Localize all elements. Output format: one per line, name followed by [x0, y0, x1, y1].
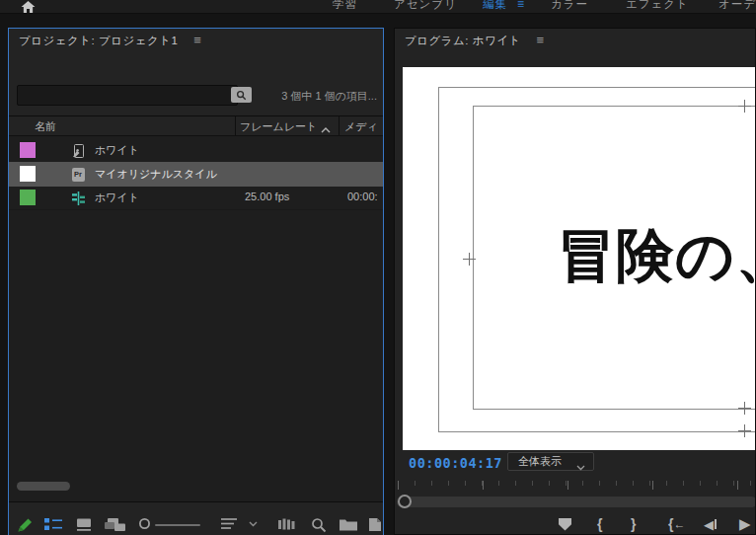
- icon-view-button[interactable]: [76, 517, 92, 532]
- program-monitor-panel: プログラム: ホワイト ≡ 冒険の、旅 00:00:04:17 全体表示 { }: [394, 28, 756, 535]
- tab-editing[interactable]: 編集: [483, 0, 507, 12]
- automate-to-sequence-button[interactable]: [277, 517, 297, 531]
- chevron-down-icon[interactable]: [249, 521, 258, 527]
- project-panel-title: プロジェクト: プロジェクト1: [19, 35, 179, 46]
- tab-learning[interactable]: 学習: [333, 0, 357, 12]
- label-color-swatch[interactable]: [20, 142, 36, 158]
- graphic-clip-icon: [70, 143, 86, 158]
- zoom-level-select[interactable]: 全体表示: [507, 452, 594, 471]
- project-toolbar: [9, 502, 383, 535]
- search-input[interactable]: [17, 85, 238, 106]
- zoom-scroll-bar[interactable]: [397, 497, 756, 507]
- step-back-button[interactable]: ◀: [704, 515, 717, 533]
- home-icon[interactable]: [21, 0, 36, 14]
- item-count-label: 3 個中 1 個の項目...: [281, 89, 377, 104]
- workspace-bar: 学習 アセンブリ 編集 ≡ カラー エフェクト オーディオ: [0, 0, 756, 14]
- tab-audio[interactable]: オーディオ: [718, 0, 756, 12]
- program-video-canvas[interactable]: 冒険の、旅: [403, 67, 756, 450]
- zoom-slider-track[interactable]: [155, 524, 200, 526]
- table-row[interactable]: ホワイト 25.00 fps 00:00:: [9, 186, 383, 210]
- transport-controls: { } {← ◀ ▶: [395, 515, 756, 535]
- column-framerate[interactable]: フレームレート: [240, 119, 317, 134]
- item-name: マイオリジナルスタイル: [95, 167, 217, 182]
- marker-icon: [559, 518, 571, 531]
- panel-menu-icon[interactable]: ≡: [193, 33, 201, 47]
- tab-color[interactable]: カラー: [551, 0, 588, 12]
- project-writable-icon[interactable]: [17, 517, 34, 533]
- project-panel-header[interactable]: プロジェクト: プロジェクト1 ≡: [9, 29, 383, 52]
- item-framerate: 25.00 fps: [245, 191, 289, 202]
- search-bin-icon: [236, 90, 247, 101]
- safe-center-tick: [738, 424, 751, 437]
- project-panel: プロジェクト: プロジェクト1 ≡ プロジェクト1.prproj 3 個中 1 …: [8, 28, 384, 535]
- project-item-list[interactable]: 名前 フレームレート メディ ホワイト: [9, 115, 383, 502]
- mark-in-button[interactable]: {: [597, 515, 602, 533]
- chevron-down-icon: [576, 459, 585, 476]
- program-panel-header[interactable]: プログラム: ホワイト ≡: [395, 29, 755, 52]
- program-panel-title: プログラム: ホワイト: [405, 35, 521, 46]
- column-divider[interactable]: [235, 116, 236, 135]
- list-header: 名前 フレームレート メディ: [9, 116, 383, 136]
- freeform-view-button[interactable]: [104, 517, 126, 532]
- table-row[interactable]: ホワイト: [9, 138, 383, 163]
- workspace-menu-icon[interactable]: ≡: [517, 0, 524, 11]
- item-media-start: 00:00:: [347, 191, 378, 202]
- horizontal-scrollbar[interactable]: [17, 482, 70, 491]
- new-item-button[interactable]: [367, 517, 382, 532]
- find-button[interactable]: [311, 517, 327, 533]
- sequence-icon: [70, 191, 86, 205]
- go-to-in-button[interactable]: {←: [668, 515, 685, 533]
- panel-menu-icon[interactable]: ≡: [537, 33, 545, 47]
- premiere-app-window: 学習 アセンブリ 編集 ≡ カラー エフェクト オーディオ プロジェクト: プロ…: [0, 0, 756, 535]
- zoom-level-value: 全体表示: [518, 455, 562, 467]
- safe-center-tick: [738, 100, 751, 113]
- item-name: ホワイト: [95, 143, 139, 158]
- tab-assembly[interactable]: アセンブリ: [394, 0, 457, 12]
- table-row-selected[interactable]: Pr マイオリジナルスタイル: [9, 162, 383, 187]
- play-button[interactable]: ▶: [739, 515, 751, 533]
- sort-ascending-icon[interactable]: [321, 123, 331, 135]
- safe-center-tick: [463, 253, 476, 266]
- label-color-swatch[interactable]: [20, 190, 36, 205]
- safe-center-tick: [738, 402, 751, 415]
- legacy-title-style-icon: Pr: [70, 167, 86, 182]
- title-overlay-text[interactable]: 冒険の、旅: [557, 217, 756, 296]
- label-color-swatch[interactable]: [20, 166, 36, 182]
- column-divider[interactable]: [339, 116, 340, 135]
- playhead-knob[interactable]: [398, 495, 412, 508]
- monitor-time-ruler[interactable]: [398, 481, 756, 490]
- column-name[interactable]: 名前: [35, 119, 56, 134]
- zoom-slider-knob[interactable]: [138, 517, 151, 530]
- create-search-bin-button[interactable]: [231, 87, 252, 103]
- new-bin-button[interactable]: [339, 517, 358, 531]
- mark-out-button[interactable]: }: [631, 515, 636, 533]
- pr-badge: Pr: [72, 168, 85, 182]
- tab-effects[interactable]: エフェクト: [626, 0, 689, 12]
- item-name: ホワイト: [95, 191, 139, 205]
- add-marker-button[interactable]: [559, 515, 571, 533]
- list-view-button[interactable]: [43, 517, 63, 532]
- column-media-start[interactable]: メディ: [344, 119, 378, 134]
- sort-options-button[interactable]: [220, 517, 238, 530]
- current-timecode[interactable]: 00:00:04:17: [409, 455, 502, 471]
